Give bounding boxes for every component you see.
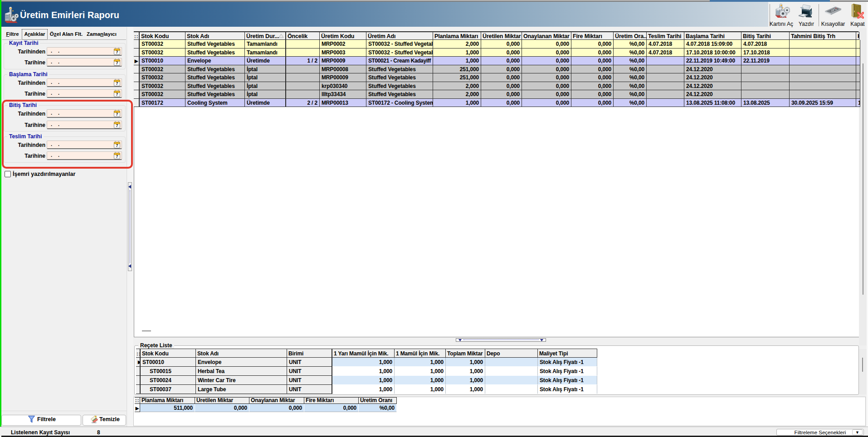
svg-text:7: 7 <box>116 92 118 97</box>
svg-text:7: 7 <box>116 81 118 86</box>
svg-text:7: 7 <box>116 61 118 65</box>
svg-text:7: 7 <box>116 50 118 54</box>
